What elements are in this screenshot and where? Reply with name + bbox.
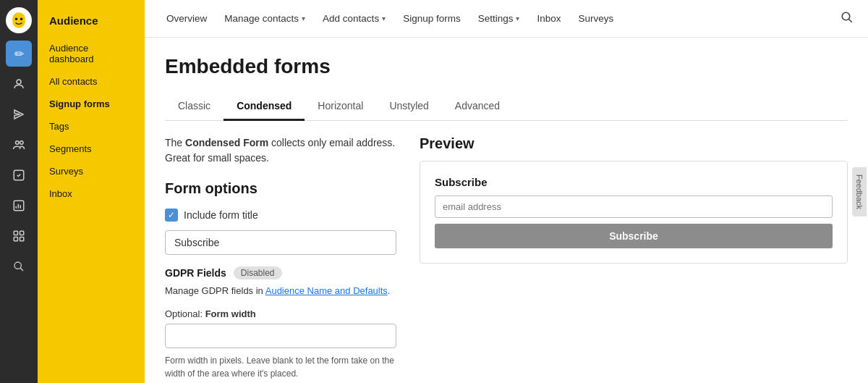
nav-signup-forms[interactable]: Signup forms: [396, 9, 468, 28]
sidebar-item-signup-forms[interactable]: Signup forms: [38, 93, 145, 115]
reports-icon[interactable]: [6, 193, 32, 219]
sidebar-nav: Audience Audience dashboard All contacts…: [38, 0, 145, 383]
sidebar-item-segments[interactable]: Segments: [38, 138, 145, 160]
tab-horizontal[interactable]: Horizontal: [305, 93, 376, 121]
include-title-checkbox[interactable]: [165, 209, 178, 222]
campaigns-icon[interactable]: [6, 101, 32, 127]
form-description: The Condensed Form collects only email a…: [165, 135, 396, 166]
settings-chevron: ▾: [516, 14, 519, 22]
form-width-label: Optional: Form width: [165, 308, 396, 319]
svg-point-14: [842, 12, 850, 20]
nav-inbox[interactable]: Inbox: [529, 9, 568, 28]
preview-email-input: [435, 195, 833, 218]
form-width-hint: Form width in pixels. Leave blank to let…: [165, 354, 396, 380]
automations-icon[interactable]: [6, 162, 32, 188]
svg-point-5: [20, 141, 24, 145]
nav-overview[interactable]: Overview: [159, 9, 214, 28]
svg-point-4: [16, 141, 20, 145]
gdpr-description: Manage GDPR fields in Audience Name and …: [165, 284, 396, 298]
page-title: Embedded forms: [165, 55, 848, 78]
description-bold: Condensed Form: [185, 137, 268, 148]
gdpr-row: GDPR Fields Disabled: [165, 266, 396, 279]
sidebar-item-surveys[interactable]: Surveys: [38, 160, 145, 182]
svg-point-2: [20, 17, 23, 20]
include-title-row: Include form title: [165, 209, 396, 222]
sidebar: ✏ Audience Audience dashboard All contac…: [0, 0, 145, 383]
gdpr-label: GDPR Fields: [165, 267, 226, 279]
form-options-title: Form options: [165, 180, 396, 197]
preview-subscribe-button: Subscribe: [435, 224, 833, 248]
sidebar-icon-strip: ✏: [0, 0, 38, 383]
form-title-input[interactable]: [165, 230, 396, 255]
sidebar-item-all-contacts[interactable]: All contacts: [38, 70, 145, 93]
nav-manage-contacts[interactable]: Manage contacts ▾: [217, 9, 312, 28]
svg-rect-8: [14, 231, 17, 235]
edit-icon[interactable]: ✏: [6, 41, 32, 67]
sidebar-item-audience-dashboard[interactable]: Audience dashboard: [38, 37, 145, 70]
gdpr-status-badge: Disabled: [234, 266, 282, 279]
mailchimp-logo[interactable]: [6, 7, 32, 33]
gdpr-link[interactable]: Audience Name and Defaults: [265, 285, 388, 296]
include-title-label: Include form title: [184, 209, 258, 221]
tab-classic[interactable]: Classic: [165, 93, 224, 121]
sidebar-item-inbox[interactable]: Inbox: [38, 182, 145, 205]
feedback-tab[interactable]: Feedback: [852, 167, 867, 216]
manage-contacts-chevron: ▾: [302, 14, 305, 22]
svg-rect-9: [20, 231, 24, 235]
form-width-input[interactable]: [165, 324, 396, 348]
preview-subscribe-title: Subscribe: [435, 176, 833, 188]
content-columns: The Condensed Form collects only email a…: [165, 135, 848, 383]
tab-advanced[interactable]: Advanced: [442, 93, 513, 121]
preview-title: Preview: [420, 135, 848, 152]
svg-line-15: [848, 19, 852, 22]
left-column: The Condensed Form collects only email a…: [165, 135, 396, 383]
nav-settings[interactable]: Settings ▾: [471, 9, 527, 28]
nav-add-contacts[interactable]: Add contacts ▾: [315, 9, 393, 28]
contacts-icon[interactable]: [6, 71, 32, 97]
tab-unstyled[interactable]: Unstyled: [376, 93, 441, 121]
svg-line-13: [20, 268, 23, 271]
svg-point-12: [14, 262, 21, 269]
apps-icon[interactable]: [6, 223, 32, 249]
form-tabs: Classic Condensed Horizontal Unstyled Ad…: [165, 93, 848, 121]
page-content: Embedded forms Classic Condensed Horizon…: [145, 38, 868, 383]
search-button[interactable]: [841, 11, 854, 27]
top-nav: Overview Manage contacts ▾ Add contacts …: [145, 0, 868, 38]
sidebar-title: Audience: [38, 7, 145, 37]
form-width-bold: Form width: [205, 308, 256, 319]
svg-point-1: [15, 17, 18, 20]
svg-point-3: [17, 80, 21, 84]
main-content: Overview Manage contacts ▾ Add contacts …: [145, 0, 868, 383]
add-contacts-chevron: ▾: [382, 14, 386, 22]
search-sidebar-icon[interactable]: [6, 253, 32, 279]
preview-box: Subscribe Subscribe: [420, 161, 848, 264]
audience-icon[interactable]: [6, 132, 32, 158]
svg-rect-11: [20, 237, 24, 241]
tab-condensed[interactable]: Condensed: [224, 93, 305, 121]
right-column: Preview Subscribe Subscribe: [420, 135, 848, 383]
sidebar-item-tags[interactable]: Tags: [38, 115, 145, 138]
svg-rect-10: [14, 237, 17, 241]
nav-surveys[interactable]: Surveys: [571, 9, 621, 28]
